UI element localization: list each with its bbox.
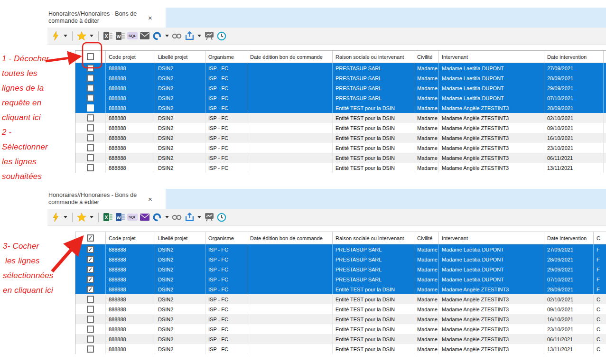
column-header-1[interactable]: Code projet [106, 51, 155, 63]
export-dropdown[interactable] [196, 211, 203, 224]
row-checkbox[interactable] [87, 246, 94, 253]
excel-export-icon[interactable]: X [102, 30, 114, 42]
column-header-3[interactable]: Organisme [205, 51, 247, 63]
column-header-2[interactable]: Libellé projet [155, 51, 205, 63]
row-checkbox[interactable] [87, 164, 94, 171]
table-row[interactable]: 888888DSIN2ISP - FCEntité TEST pour la D… [75, 123, 606, 133]
column-header-8[interactable]: Date intervention [544, 232, 594, 244]
column-header-6[interactable]: Civilité [414, 51, 439, 63]
table-row[interactable]: 888888DSIN2ISP - FCEntité TEST pour la D… [75, 304, 606, 314]
export-dropdown[interactable] [196, 30, 203, 42]
excel-export-icon[interactable]: X [102, 211, 114, 224]
table-row[interactable]: 888888DSIN2ISP - FCEntité TEST pour la D… [75, 294, 606, 304]
table-row[interactable]: 888888DSIN2ISP - FCEntité TEST pour la D… [75, 163, 606, 173]
run-query-icon[interactable] [49, 30, 62, 42]
tab-close-icon[interactable]: × [148, 14, 152, 21]
column-header-7[interactable]: Intervenant [439, 232, 544, 244]
clean-dropdown[interactable] [163, 211, 171, 224]
column-header-6[interactable]: Civilité [414, 232, 439, 244]
select-all-checkbox[interactable] [87, 53, 94, 60]
table-row[interactable]: 888888DSIN2ISP - FCPRESTASUP SARLMadameM… [75, 93, 606, 103]
word-export-icon[interactable]: W [114, 211, 126, 224]
favorite-star-icon[interactable] [75, 30, 88, 42]
row-checkbox[interactable] [87, 345, 94, 353]
tab-honoraires-bons-de-commande[interactable]: Honoraires//Honoraires - Bons de command… [47, 8, 166, 28]
table-row[interactable]: 888888DSIN2ISP - FCEntité TEST pour la D… [75, 143, 606, 153]
row-checkbox[interactable] [87, 114, 94, 121]
column-header-7[interactable]: Intervenant [439, 51, 544, 63]
tab-close-icon[interactable]: × [148, 196, 152, 203]
clean-icon[interactable] [151, 30, 163, 42]
history-clock-icon[interactable] [215, 30, 228, 42]
run-query-dropdown[interactable] [62, 211, 69, 224]
table-row[interactable]: 888888DSIN2ISP - FCPRESTASUP SARLMadameM… [75, 254, 606, 264]
clean-icon[interactable] [151, 211, 163, 224]
export-icon[interactable] [183, 211, 196, 224]
run-query-dropdown[interactable] [62, 30, 69, 42]
row-checkbox[interactable] [87, 316, 94, 323]
column-header-3[interactable]: Organisme [205, 232, 247, 244]
row-checkbox[interactable] [87, 286, 94, 293]
favorite-dropdown[interactable] [88, 211, 95, 224]
table-row[interactable]: 888888DSIN2ISP - FCEntité TEST pour la D… [75, 113, 606, 123]
chart-board-icon[interactable] [203, 211, 215, 224]
tab-honoraires-bons-de-commande[interactable]: Honoraires//Honoraires - Bons de command… [47, 189, 166, 209]
table-row[interactable]: 888888DSIN2ISP - FCEntité TEST pour la D… [75, 314, 606, 324]
column-header-4[interactable]: Date édition bon de commande [247, 51, 333, 63]
column-header-4[interactable]: Date édition bon de commande [247, 232, 333, 244]
table-row[interactable]: 888888DSIN2ISP - FCPRESTASUP SARLMadameM… [75, 83, 606, 93]
table-row[interactable]: 888888DSIN2ISP - FCPRESTASUP SARLMadameM… [75, 73, 606, 83]
row-checkbox[interactable] [87, 326, 94, 333]
column-header-2[interactable]: Libellé projet [155, 232, 205, 244]
link-icon[interactable] [171, 30, 183, 42]
history-clock-icon[interactable] [215, 211, 228, 224]
row-checkbox[interactable] [87, 306, 94, 313]
word-export-icon[interactable]: W [114, 30, 126, 42]
row-checkbox[interactable] [87, 266, 94, 273]
column-header-5[interactable]: Raison sociale ou intervenant [333, 232, 414, 244]
chart-board-icon[interactable] [203, 30, 215, 42]
table-row[interactable]: 888888DSIN2ISP - FCPRESTASUP SARLMadameM… [75, 264, 606, 274]
row-checkbox[interactable] [87, 104, 94, 112]
row-checkbox[interactable] [87, 134, 94, 141]
row-checkbox[interactable] [87, 256, 94, 263]
column-header-8[interactable]: Date intervention [544, 51, 604, 63]
table-row[interactable]: 888888DSIN2ISP - FCPRESTASUP SARLMadameM… [75, 63, 606, 73]
cell: 09/10/2021 [544, 304, 594, 314]
table-row[interactable]: 888888DSIN2ISP - FCEntité TEST pour la D… [75, 133, 606, 143]
row-checkbox[interactable] [87, 144, 94, 151]
table-row[interactable]: 888888DSIN2ISP - FCEntité TEST pour la D… [75, 153, 606, 163]
sql-icon[interactable]: SQL [126, 30, 139, 42]
favorite-star-icon[interactable] [75, 211, 88, 224]
row-checkbox[interactable] [87, 336, 94, 343]
cell: 888888 [106, 264, 155, 274]
row-checkbox[interactable] [87, 94, 94, 102]
export-icon[interactable] [183, 30, 196, 42]
column-header-9[interactable]: C [594, 232, 606, 244]
row-checkbox[interactable] [87, 296, 94, 303]
clean-dropdown[interactable] [163, 30, 171, 42]
row-checkbox[interactable] [87, 124, 94, 131]
table-row[interactable]: 888888DSIN2ISP - FCEntité TEST pour la D… [75, 284, 606, 294]
mail-icon[interactable] [139, 30, 151, 42]
table-row[interactable]: 888888DSIN2ISP - FCEntité TEST pour la D… [75, 334, 606, 344]
table-row[interactable]: 888888DSIN2ISP - FCPRESTASUP SARLMadameM… [75, 244, 606, 254]
toolbar-separator [98, 31, 99, 41]
favorite-dropdown[interactable] [88, 30, 95, 42]
row-checkbox[interactable] [87, 75, 94, 82]
column-header-5[interactable]: Raison sociale ou intervenant [333, 51, 414, 63]
table-row[interactable]: 888888DSIN2ISP - FCEntité TEST pour la D… [75, 344, 606, 354]
link-icon[interactable] [171, 211, 183, 224]
row-checkbox[interactable] [87, 154, 94, 161]
column-header-1[interactable]: Code projet [106, 232, 155, 244]
table-row[interactable]: 888888DSIN2ISP - FCEntité TEST pour la D… [75, 324, 606, 334]
table-row[interactable]: 888888DSIN2ISP - FCEntité TEST pour la D… [75, 103, 606, 113]
table-row[interactable]: 888888DSIN2ISP - FCPRESTASUP SARLMadameM… [75, 274, 606, 284]
select-all-checkbox[interactable] [87, 234, 94, 242]
sql-icon[interactable]: SQL [126, 211, 139, 224]
row-checkbox[interactable] [87, 84, 94, 92]
row-checkbox[interactable] [87, 65, 94, 72]
row-checkbox[interactable] [87, 276, 94, 283]
mail-icon[interactable] [139, 211, 151, 224]
run-query-icon[interactable] [49, 211, 62, 224]
